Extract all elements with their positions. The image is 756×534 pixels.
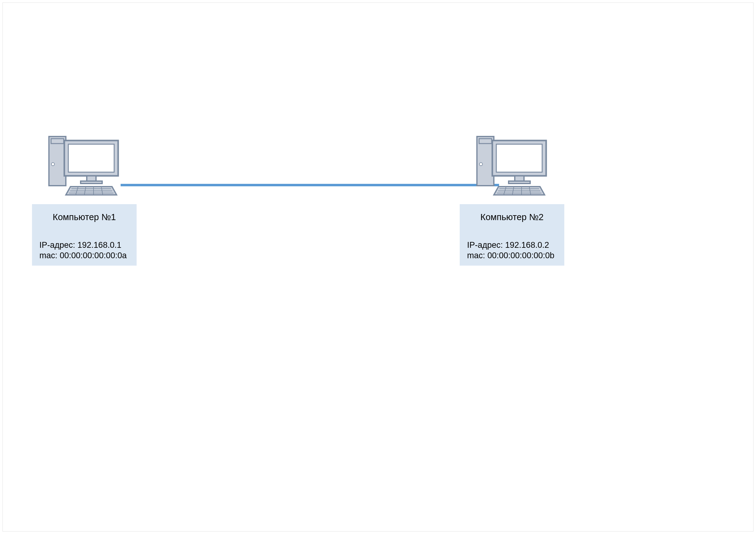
computer-info-box: Компьютер №2 IP-адрес: 192.168.0.2 mac: … [460,204,564,266]
svg-rect-1 [51,139,64,143]
computer-icon [475,135,549,196]
svg-point-2 [51,163,54,166]
svg-rect-21 [509,181,530,184]
computer-title: Компьютер №2 [467,212,557,222]
computer-ip: IP-адрес: 192.168.0.1 [40,240,129,251]
computer-mac: mac: 00:00:00:00:00:0a [40,251,129,261]
svg-rect-6 [81,181,102,184]
svg-rect-16 [479,139,492,143]
svg-rect-19 [496,144,542,172]
network-link [121,184,499,186]
diagram-canvas: Компьютер №1 IP-адрес: 192.168.0.1 mac: … [2,2,754,532]
svg-point-17 [479,163,482,166]
computer-ip: IP-адрес: 192.168.0.2 [467,240,557,251]
computer-info-box: Компьютер №1 IP-адрес: 192.168.0.1 mac: … [32,204,137,266]
computer-title: Компьютер №1 [40,212,129,222]
computer-mac: mac: 00:00:00:00:00:0b [467,251,557,261]
computer-icon [47,135,121,196]
svg-rect-4 [68,144,114,172]
